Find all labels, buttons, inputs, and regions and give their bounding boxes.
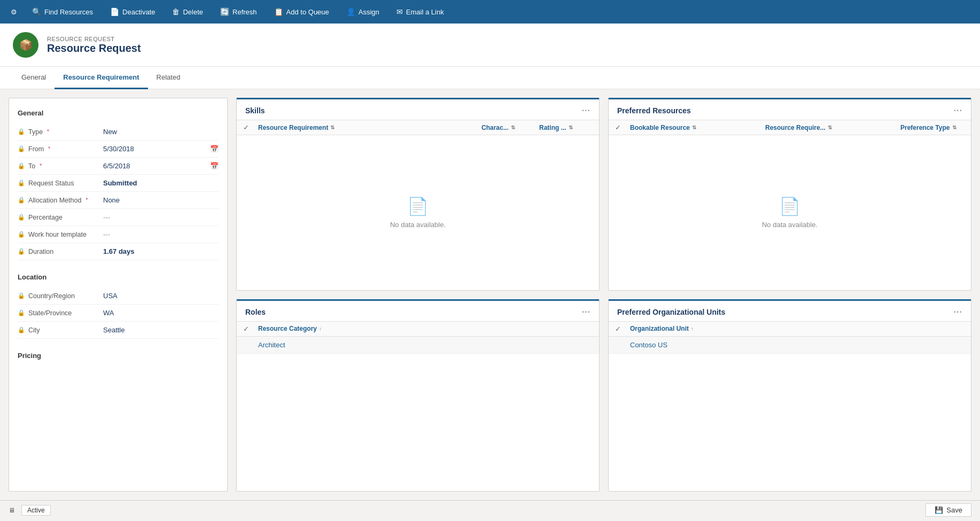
page-title: Resource Request [47,42,141,55]
skills-col-resource-requirement[interactable]: Resource Requirement ⇅ [258,124,477,131]
lock-icon-city: 🔒 [18,326,25,333]
skills-col-rating[interactable]: Rating ... ⇅ [539,124,593,131]
skills-panel: Skills ··· ✓ Resource Requirement ⇅ Char… [236,98,600,291]
general-section-title: General [18,109,219,117]
save-label: Save [946,506,962,514]
skills-panel-header: Skills ··· [237,99,599,120]
field-label-country-region: 🔒 Country/Region [18,292,103,300]
no-data-icon-skills: 📄 [407,196,429,216]
lock-icon-duration: 🔒 [18,248,25,255]
find-resources-label: Find Resources [44,8,93,16]
field-row-request-status: 🔒 Request Status Submitted [18,175,219,192]
email-icon: ✉ [396,7,403,16]
location-section: Location 🔒 Country/Region USA 🔒 State/Pr… [18,267,219,339]
status-bar: 🖥 Active 💾 Save [0,500,980,519]
field-value-city[interactable]: Seattle [103,326,219,334]
save-button[interactable]: 💾 Save [925,503,971,517]
calendar-icon-from[interactable]: 📅 [210,145,219,153]
add-to-queue-button[interactable]: 📋 Add to Queue [266,0,338,24]
roles-panel-more[interactable]: ··· [582,307,590,317]
field-value-state-province[interactable]: WA [103,309,219,317]
skills-panel-more[interactable]: ··· [582,106,590,115]
roles-col-resource-category[interactable]: Resource Category ↑ [258,325,593,332]
preferred-org-units-more[interactable]: ··· [954,307,962,317]
preferred-resources-no-data: 📄 No data available. [609,135,971,290]
pou-col-organizational-unit[interactable]: Organizational Unit ↑ [630,325,965,332]
pr-col-preference-type[interactable]: Preference Type ⇅ [900,124,965,131]
no-data-icon-preferred-resources: 📄 [779,196,800,216]
field-row-state-province: 🔒 State/Province WA [18,305,219,322]
field-row-work-hour-template: 🔒 Work hour template --- [18,226,219,243]
roles-panel-title: Roles [245,308,266,316]
toolbar: ⚙ 🔍 Find Resources 📄 Deactivate 🗑 Delete… [0,0,980,24]
entity-icon: 📦 [13,32,38,58]
deactivate-icon: 📄 [110,7,119,16]
field-label-request-status: 🔒 Request Status [18,180,103,187]
lock-icon-from: 🔒 [18,145,25,152]
assign-icon: 👤 [346,7,355,16]
lock-icon-to: 🔒 [18,162,25,169]
tab-resource-requirement[interactable]: Resource Requirement [55,67,147,89]
sort-icon-bookable-resource: ⇅ [692,125,696,130]
field-row-city: 🔒 City Seattle [18,322,219,339]
delete-button[interactable]: 🗑 Delete [164,0,212,24]
roles-grid-header: ✓ Resource Category ↑ [237,321,599,337]
pr-col-bookable-resource[interactable]: Bookable Resource ⇅ [630,124,761,131]
preferred-resources-select-all[interactable]: ✓ [615,123,626,131]
preferred-resources-panel-header: Preferred Resources ··· [609,99,971,120]
field-label-city: 🔒 City [18,326,103,334]
field-value-request-status[interactable]: Submitted [103,179,219,187]
field-label-type: 🔒 Type * [18,128,103,136]
preferred-resources-panel: Preferred Resources ··· ✓ Bookable Resou… [608,98,971,291]
lock-icon-type: 🔒 [18,128,25,135]
field-value-allocation-method[interactable]: None [103,196,219,204]
preferred-resources-title: Preferred Resources [617,106,691,115]
field-value-type[interactable]: New [103,128,219,136]
preferred-resources-grid-header: ✓ Bookable Resource ⇅ Resource Require..… [609,120,971,135]
roles-row-architect-cell[interactable]: Architect [258,341,593,349]
tab-related[interactable]: Related [148,67,189,89]
entity-type: RESOURCE REQUEST [47,36,141,42]
preferred-resources-more[interactable]: ··· [954,106,962,115]
calendar-icon-to[interactable]: 📅 [210,162,219,170]
field-value-to[interactable]: 6/5/2018 📅 [103,162,219,170]
deactivate-button[interactable]: 📄 Deactivate [102,0,164,24]
field-row-percentage: 🔒 Percentage --- [18,209,219,226]
field-value-from[interactable]: 5/30/2018 📅 [103,145,219,153]
system-icon: ⚙ [11,8,17,16]
system-menu-button[interactable]: ⚙ [4,0,24,24]
skills-col-charac[interactable]: Charac... ⇅ [481,124,535,131]
right-panels: Skills ··· ✓ Resource Requirement ⇅ Char… [236,98,971,492]
deactivate-label: Deactivate [122,8,155,16]
field-value-duration[interactable]: 1.67 days [103,247,219,255]
field-label-allocation-method: 🔒 Allocation Method * [18,197,103,204]
left-panel: General 🔒 Type * New 🔒 From * 5/30/2018 … [9,98,228,492]
tab-general[interactable]: General [13,67,55,89]
find-resources-button[interactable]: 🔍 Find Resources [24,0,102,24]
delete-icon: 🗑 [172,7,180,16]
page-header: 📦 RESOURCE REQUEST Resource Request [0,24,980,67]
status-bar-left: 🖥 Active [9,505,51,516]
pr-col-resource-require[interactable]: Resource Require... ⇅ [765,124,896,131]
sort-icon-charac: ⇅ [511,125,515,130]
field-label-duration: 🔒 Duration [18,248,103,255]
field-label-work-hour-template: 🔒 Work hour template [18,231,103,238]
field-value-work-hour-template[interactable]: --- [103,230,219,238]
skills-select-all-checkbox[interactable]: ✓ [243,123,254,131]
refresh-button[interactable]: 🔄 Refresh [212,0,266,24]
status-bar-right: 💾 Save [925,503,971,517]
tabs-bar: General Resource Requirement Related [0,67,980,89]
field-label-percentage: 🔒 Percentage [18,214,103,221]
field-value-country-region[interactable]: USA [103,292,219,300]
preferred-org-units-select-all[interactable]: ✓ [615,325,626,333]
field-value-percentage[interactable]: --- [103,213,219,221]
lock-icon-allocation-method: 🔒 [18,197,25,204]
email-a-link-label: Email a Link [406,8,444,16]
field-row-to: 🔒 To * 6/5/2018 📅 [18,158,219,175]
field-label-from: 🔒 From * [18,145,103,153]
email-a-link-button[interactable]: ✉ Email a Link [388,0,453,24]
assign-button[interactable]: 👤 Assign [338,0,388,24]
pou-row-contoso-cell[interactable]: Contoso US [630,341,965,349]
screen-icon: 🖥 [9,507,15,514]
roles-select-all[interactable]: ✓ [243,325,254,333]
